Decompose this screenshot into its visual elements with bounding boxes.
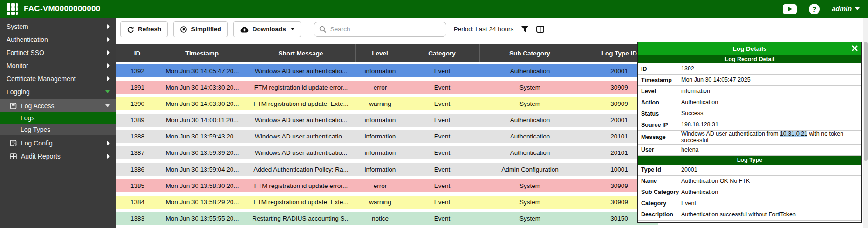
table-row[interactable]: 1392 Mon Jun 30 14:05:47 20... Windows A… xyxy=(116,64,658,77)
cell-timestamp: Mon Jun 30 13:59:39 20... xyxy=(158,146,246,159)
cell-timestamp: Mon Jun 30 14:05:47 20... xyxy=(158,64,246,77)
cell-category: Event xyxy=(404,64,480,77)
detail-field-label: Timestamp xyxy=(638,77,681,83)
downloads-button[interactable]: Downloads xyxy=(233,21,301,37)
cell-id: 1384 xyxy=(116,196,158,209)
cell-id: 1392 xyxy=(116,64,158,77)
cell-sub-category: System xyxy=(480,212,580,225)
table-row[interactable]: 1386 Mon Jun 30 13:59:04 20... Added Aut… xyxy=(116,163,658,176)
columns-icon[interactable] xyxy=(536,26,544,33)
video-tutorials-icon xyxy=(783,4,797,14)
sidebar-item[interactable]: Audit Reports xyxy=(0,150,116,163)
sidebar-item[interactable]: Fortinet SSO xyxy=(0,46,116,59)
detail-field-value: Authentication OK No FTK xyxy=(681,178,861,184)
top-bar: FAC-VM0000000000 ? admin xyxy=(0,0,868,18)
chevron-down-icon xyxy=(105,104,110,107)
detail-field-label: Source IP xyxy=(638,122,681,128)
sidebar-item-label: System xyxy=(7,23,107,30)
cell-short-message: Windows AD user authenticatio... xyxy=(246,130,356,143)
cell-id: 1389 xyxy=(116,114,158,127)
logtype-section-header: Log Type xyxy=(638,156,861,165)
table-header-cell[interactable]: ID xyxy=(116,44,158,62)
report-grid-icon xyxy=(9,153,17,159)
table-header-cell[interactable]: Level xyxy=(356,44,404,62)
sidebar-item-label: Logging xyxy=(7,88,105,96)
detail-field-row: Level information xyxy=(638,86,861,97)
video-tutorials-button[interactable] xyxy=(783,4,797,14)
apps-grid-icon[interactable] xyxy=(7,3,18,15)
ip-highlight: 10.31.0.21 xyxy=(780,131,807,137)
cell-sub-category: Authentication xyxy=(480,114,580,127)
eye-icon xyxy=(180,26,187,33)
sidebar-item[interactable]: Authentication xyxy=(0,33,116,46)
chevron-icon xyxy=(107,141,110,145)
cell-short-message: Windows AD user authenticatio... xyxy=(246,64,356,77)
detail-field-label: Status xyxy=(638,111,681,117)
sidebar-item-log-access[interactable]: Log Access xyxy=(0,99,116,112)
sidebar-item-label: Fortinet SSO xyxy=(7,49,107,56)
detail-field-value: 198.18.128.31 xyxy=(681,121,861,128)
table-row[interactable]: 1391 Mon Jun 30 14:03:30 20... FTM regis… xyxy=(116,81,658,94)
detail-field-row-message: Message Windows AD user authentication f… xyxy=(638,131,861,145)
help-button[interactable]: ? xyxy=(809,4,820,14)
table-row[interactable]: 1383 Mon Jun 30 13:55:55 20... Restartin… xyxy=(116,212,658,225)
cell-timestamp: Mon Jun 30 13:58:30 20... xyxy=(158,179,246,192)
chevron-icon xyxy=(107,37,110,42)
cell-id: 1385 xyxy=(116,179,158,192)
table-row[interactable]: 1390 Mon Jun 30 14:03:30 20... FTM regis… xyxy=(116,97,658,110)
table-header-cell[interactable]: Short Message xyxy=(246,44,356,62)
sidebar-item[interactable]: Logging xyxy=(0,85,116,98)
vertical-scrollbar[interactable] xyxy=(863,18,868,228)
cell-sub-category: System xyxy=(480,81,580,94)
table-header-cell[interactable]: Timestamp xyxy=(158,44,246,62)
table-header-cell[interactable]: Sub Category xyxy=(480,44,580,62)
detail-field-label: Description xyxy=(638,211,681,218)
sidebar-subitem-label: Logs xyxy=(21,114,34,122)
close-icon[interactable] xyxy=(851,45,858,52)
sidebar-subitem[interactable]: Logs xyxy=(0,112,116,124)
sidebar-nav: System Authentication Fortinet SSO Monit… xyxy=(0,18,116,228)
table-row[interactable]: 1387 Mon Jun 30 13:59:39 20... Windows A… xyxy=(116,146,658,159)
cloud-download-icon xyxy=(240,26,249,33)
table-row[interactable]: 1384 Mon Jun 30 13:58:29 20... FTM regis… xyxy=(116,196,658,209)
table-row[interactable]: 1385 Mon Jun 30 13:58:30 20... FTM regis… xyxy=(116,179,658,192)
filter-funnel-icon[interactable] xyxy=(521,26,529,33)
refresh-button[interactable]: Refresh xyxy=(120,21,168,37)
detail-field-row: Status Success xyxy=(638,108,861,119)
search-input[interactable] xyxy=(330,26,441,33)
detail-field-value: Windows AD user authentication from 10.3… xyxy=(681,131,861,144)
cell-category: Event xyxy=(404,97,480,110)
table-row[interactable]: 1389 Mon Jun 30 14:00:11 20... Windows A… xyxy=(116,114,658,127)
table-header-cell[interactable]: Category xyxy=(404,44,480,62)
admin-user-menu[interactable]: admin xyxy=(832,5,860,13)
chevron-down-icon xyxy=(291,28,294,30)
sidebar-item[interactable]: Certificate Management xyxy=(0,72,116,85)
log-book-icon xyxy=(9,103,17,109)
record-section-header: Log Record Detail xyxy=(638,55,861,63)
cell-short-message: Windows AD user authenticatio... xyxy=(246,114,356,127)
sidebar-item[interactable]: System xyxy=(0,20,116,33)
sidebar-item[interactable]: Monitor xyxy=(0,59,116,72)
panel-title-bar: Log Details xyxy=(638,42,861,55)
sidebar-subitem[interactable]: Log Types xyxy=(0,124,116,135)
cell-level: warning xyxy=(356,97,404,110)
detail-field-row: Category Event xyxy=(638,198,861,209)
sidebar-item[interactable]: Log Config xyxy=(0,137,116,150)
scrollbar-thumb[interactable] xyxy=(864,42,868,161)
search-box xyxy=(314,22,446,37)
cell-level: information xyxy=(356,163,404,176)
simplified-button[interactable]: Simplified xyxy=(173,21,228,37)
chevron-icon xyxy=(107,24,110,29)
search-icon xyxy=(319,26,327,33)
cell-level: information xyxy=(356,114,404,127)
sidebar-item-label: Authentication xyxy=(7,36,107,43)
table-row[interactable]: 1388 Mon Jun 30 13:59:43 20... Windows A… xyxy=(116,130,658,143)
log-access-group: Log Access Logs Log Types xyxy=(0,99,116,135)
detail-field-value: Authentication xyxy=(681,99,861,105)
detail-field-value: Authentication xyxy=(681,189,861,195)
log-config-icon xyxy=(9,140,17,146)
cell-category: Event xyxy=(404,114,480,127)
cell-category: Event xyxy=(404,212,480,225)
sidebar-item-label: Audit Reports xyxy=(21,152,103,160)
sidebar-subitem-label: Log Types xyxy=(21,126,50,133)
